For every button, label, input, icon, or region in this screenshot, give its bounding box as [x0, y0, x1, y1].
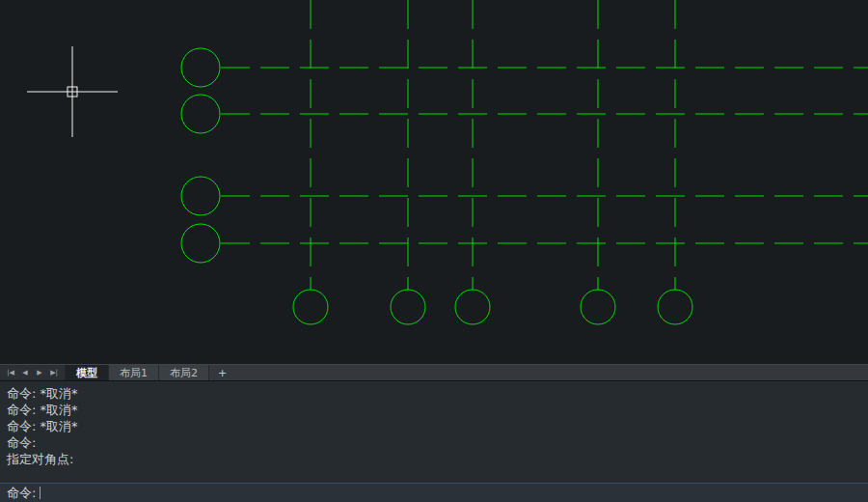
tab-layout1[interactable]: 布局1: [109, 365, 159, 380]
tab-nav-buttons: |◀◀▶▶|: [0, 365, 66, 380]
axis-bubble[interactable]: [455, 290, 490, 324]
axis-bubble[interactable]: [391, 290, 425, 324]
command-history-line: 命令: *取消*: [7, 402, 861, 418]
tab-model[interactable]: 模型: [66, 365, 109, 380]
layout-tabbar: |◀◀▶▶| 模型布局1布局2 +: [0, 364, 868, 380]
layout-tabs: 模型布局1布局2: [66, 365, 209, 380]
tab-layout2[interactable]: 布局2: [159, 365, 209, 380]
command-caret: [40, 487, 46, 499]
axis-bubble[interactable]: [581, 290, 615, 324]
command-history[interactable]: 命令: *取消*命令: *取消*命令: *取消*命令:指定对角点:: [0, 381, 868, 483]
axis-bubble[interactable]: [658, 290, 692, 324]
add-layout-button[interactable]: +: [209, 365, 235, 380]
tab-nav-last-button[interactable]: ▶|: [48, 367, 60, 379]
cad-window: |◀◀▶▶| 模型布局1布局2 + 命令: *取消*命令: *取消*命令: *取…: [0, 0, 868, 502]
command-history-line: 命令: *取消*: [7, 418, 861, 434]
axis-bubble[interactable]: [181, 48, 220, 87]
axis-bubble[interactable]: [181, 177, 220, 215]
command-panel: 命令: *取消*命令: *取消*命令: *取消*命令:指定对角点: 命令:: [0, 380, 868, 502]
tab-nav-next-button[interactable]: ▶: [34, 367, 45, 379]
axis-bubble[interactable]: [181, 95, 220, 133]
tab-nav-prev-button[interactable]: ◀: [19, 367, 31, 379]
command-history-line: 命令: *取消*: [7, 385, 861, 402]
drawing-layer: [0, 0, 868, 364]
axis-bubble[interactable]: [181, 224, 220, 263]
model-canvas[interactable]: [0, 0, 868, 364]
command-history-line: 指定对角点:: [7, 451, 861, 467]
tab-nav-first-button[interactable]: |◀: [5, 367, 16, 379]
command-history-line: 命令:: [7, 434, 861, 451]
axis-bubble[interactable]: [293, 290, 328, 324]
command-prompt: 命令:: [7, 485, 36, 502]
command-input-row[interactable]: 命令:: [0, 483, 868, 502]
